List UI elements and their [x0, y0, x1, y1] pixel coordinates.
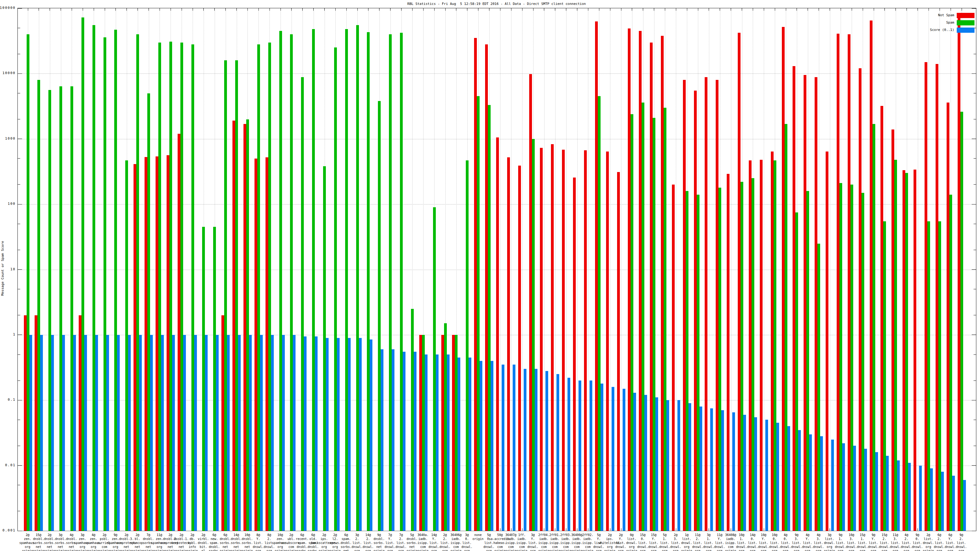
bar-spam: [477, 96, 480, 531]
y-minor-tick-right: [974, 119, 976, 119]
bar-score: [348, 338, 351, 531]
bar-spam: [663, 108, 667, 531]
bar-not-spam: [880, 106, 883, 531]
x-tick-top: [852, 8, 852, 11]
bar-not-spam: [683, 80, 686, 531]
bar-spam: [312, 29, 315, 531]
bar-spam: [784, 124, 788, 531]
bar-spam: [279, 31, 282, 531]
x-tick-top: [819, 8, 819, 11]
bar-not-spam: [727, 174, 730, 531]
x-tick-top: [357, 8, 358, 11]
x-tick-top: [929, 8, 929, 11]
bar-spam: [773, 160, 776, 531]
bar-score: [568, 378, 570, 531]
x-tick-top: [940, 8, 940, 11]
legend-label: Score (0..1): [930, 28, 954, 32]
x-tick-top: [918, 8, 918, 11]
x-tick-top: [808, 8, 808, 11]
y-tick-label: 0.01: [0, 463, 16, 467]
bar-score: [414, 352, 417, 531]
legend-item-spam: Spam: [896, 20, 976, 25]
bar-score: [161, 335, 164, 531]
bar-not-spam: [891, 130, 894, 531]
y-minor-tick-right: [974, 158, 976, 159]
bar-spam: [323, 166, 326, 531]
bar-spam: [455, 335, 458, 531]
bar-not-spam: [266, 157, 268, 531]
bar-score: [732, 412, 735, 531]
bar-not-spam: [79, 315, 81, 531]
bar-not-spam: [255, 159, 257, 531]
bar-score: [941, 472, 944, 531]
bar-score: [51, 335, 54, 531]
bar-score: [172, 335, 175, 531]
bar-score: [820, 436, 823, 531]
y-minor-tick-left: [18, 93, 20, 94]
bar-score: [864, 449, 867, 531]
bar-spam: [246, 119, 249, 531]
bar-not-spam: [935, 64, 939, 531]
bar-score: [524, 369, 527, 531]
bar-score: [238, 335, 241, 531]
legend-swatch: [957, 13, 975, 18]
y-tick-label: 0.1: [0, 398, 16, 402]
bar-not-spam: [650, 43, 652, 531]
rbl-statistics-chart: RBL Statistics - Fri Aug 5 12:58:19 EDT …: [0, 0, 980, 551]
bar-not-spam: [573, 178, 576, 531]
bar-score: [831, 440, 834, 531]
x-tick-top: [137, 8, 138, 11]
bar-not-spam: [134, 164, 136, 531]
y-major-tick-left: [18, 531, 22, 531]
bar-score: [908, 463, 911, 531]
bar-score: [535, 369, 538, 531]
bar-score: [73, 335, 76, 531]
bar-score: [326, 338, 329, 531]
y-tick-label: 10: [0, 267, 16, 271]
bar-not-spam: [167, 155, 169, 531]
x-tick-top: [841, 8, 841, 11]
bar-score: [469, 357, 471, 531]
bar-spam: [840, 183, 842, 531]
bar-not-spam: [803, 75, 807, 531]
v-gridline: [577, 8, 578, 531]
y-minor-tick-right: [974, 354, 976, 355]
bar-score: [644, 395, 647, 531]
bar-score: [403, 352, 406, 531]
bar-not-spam: [848, 34, 850, 531]
bar-score: [40, 335, 43, 531]
bar-spam: [686, 191, 689, 531]
bar-not-spam: [507, 157, 510, 531]
bar-not-spam: [672, 184, 675, 531]
bar-not-spam: [452, 335, 455, 531]
bar-spam: [905, 173, 908, 531]
bar-not-spam: [584, 150, 587, 531]
bar-not-spam: [551, 144, 554, 531]
bar-not-spam: [837, 34, 840, 531]
bar-score: [897, 460, 900, 531]
bar-spam: [939, 221, 941, 531]
bar-spam: [59, 86, 62, 531]
bar-score: [194, 335, 197, 531]
y-tick-label: 1000: [0, 137, 16, 140]
x-tick-top: [709, 8, 709, 11]
bar-score: [776, 423, 779, 531]
bar-not-spam: [815, 77, 818, 531]
bar-spam: [301, 77, 304, 531]
bar-score: [304, 337, 307, 531]
x-tick-top: [434, 8, 434, 11]
bar-spam: [883, 221, 886, 531]
bar-score: [765, 420, 768, 531]
v-gridline: [555, 8, 555, 531]
bar-score: [590, 381, 592, 531]
y-minor-tick-left: [18, 224, 20, 224]
y-minor-tick-right: [974, 224, 976, 224]
y-minor-tick-right: [974, 485, 976, 485]
bar-not-spam: [947, 103, 950, 531]
bar-spam: [334, 48, 337, 531]
bar-score: [29, 335, 32, 531]
x-tick-top: [38, 8, 39, 11]
bar-spam: [191, 44, 194, 531]
x-tick-top: [269, 8, 270, 11]
y-major-tick-left: [18, 73, 22, 74]
